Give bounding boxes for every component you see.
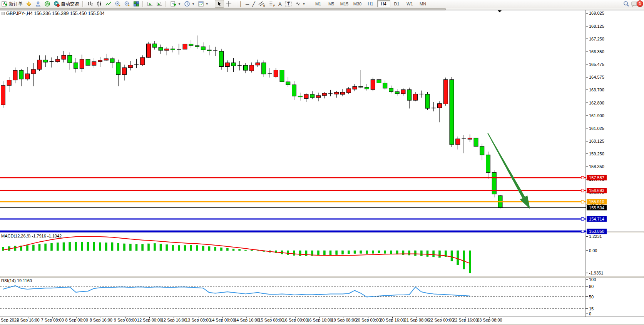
zoom-out-icon [124,1,130,7]
svg-text:12 Sep 00:00: 12 Sep 00:00 [137,318,162,322]
macd-axis[interactable]: 1.22310.00-1.9351 [586,234,603,275]
svg-text:22 Sep 16:00: 22 Sep 16:00 [453,318,478,322]
macd-pane [2,236,471,273]
line-chart-button[interactable] [104,0,113,7]
channel-tool[interactable]: E [257,0,267,7]
autotrading-button[interactable]: 自动交易 [52,0,81,7]
horizontal-line-tool[interactable]: ─ [244,0,251,7]
rsi-label-row: RSI(14) 19.1160 [1,278,32,283]
templates-dropdown[interactable]: ▼ [196,0,210,7]
svg-text:14 Sep 00:00: 14 Sep 00:00 [210,318,235,322]
search-button[interactable] [622,0,631,7]
text-tool[interactable]: A [277,0,283,7]
trendline-icon: ╱ [252,2,255,7]
svg-text:7 Sep 08:00: 7 Sep 08:00 [41,318,64,322]
text-icon: A [278,2,282,7]
rsi-indicator-name: RSI(14) [1,278,16,283]
equidistant-channel-icon: E [258,1,265,7]
svg-text:Sep 2022: Sep 2022 [1,318,19,322]
svg-text:6 Sep 16:00: 6 Sep 16:00 [17,318,39,322]
timeframe-button-m15[interactable]: M15 [338,0,351,7]
chart-frame [0,10,644,317]
autotrading-icon [54,1,60,7]
svg-text:156.693: 156.693 [589,188,604,193]
timeframe-button-w1[interactable]: W1 [403,0,417,7]
time-axis[interactable]: Sep 20226 Sep 16:007 Sep 08:008 Sep 00:0… [1,317,502,322]
timeframe-button-m5[interactable]: M5 [325,0,338,7]
navigator-button[interactable] [43,0,52,7]
clock-icon [184,1,190,7]
trend-arrow-annotation[interactable] [487,133,530,209]
timeframe-button-d1[interactable]: D1 [390,0,403,7]
svg-text:23 Sep 08:00: 23 Sep 08:00 [477,318,502,322]
svg-text:50: 50 [589,295,594,299]
svg-text:15: 15 [589,306,594,311]
toolbar-separator [166,1,167,7]
autotrading-label: 自动交易 [61,1,79,7]
crosshair-tool-button[interactable] [224,0,233,7]
tile-windows-icon [133,1,139,7]
svg-text:15 Sep 08:00: 15 Sep 08:00 [258,318,283,322]
svg-text:167.250: 167.250 [589,37,604,41]
timeframe-button-h1[interactable]: H1 [364,0,377,7]
timeframe-button-mn[interactable]: MN [417,0,430,7]
fibonacci-icon: F [268,1,275,7]
zoom-out-button[interactable] [122,0,132,7]
svg-text:159.250: 159.250 [589,152,604,156]
vertical-line-icon: │ [239,2,243,7]
chart-icon [2,12,5,15]
zoom-in-button[interactable] [113,0,122,7]
timeframe-button-m1[interactable]: M1 [312,0,325,7]
cursor-icon [217,1,222,7]
chart-shift-button[interactable] [155,0,164,7]
svg-text:155.504: 155.504 [589,205,604,210]
candlestick-chart-button[interactable] [95,0,104,7]
horizontal-line-icon: ─ [246,2,249,7]
zoom-in-icon [115,1,121,7]
notifications-button[interactable]: 1 [631,0,644,8]
svg-text:-1.9351: -1.9351 [589,271,603,275]
arrows-dropdown[interactable]: ▼ [293,0,307,7]
pane-separator-rsi[interactable] [0,276,644,278]
new-chart-dropdown[interactable]: ▼ [169,0,182,7]
bar-chart-button[interactable] [85,0,95,7]
market-watch-button[interactable] [24,0,33,7]
data-window-button[interactable] [33,0,43,7]
macd-indicator-values: -1.7916 -1.1042 [32,234,62,238]
vertical-line-tool[interactable]: │ [238,0,244,7]
new-order-label: 新订单 [9,1,23,7]
new-order-button[interactable]: 新订单 [0,0,24,7]
trendline-tool[interactable]: ╱ [251,0,257,7]
fibonacci-tool[interactable]: F [267,0,277,7]
svg-text:153.850: 153.850 [589,229,604,234]
tile-windows-button[interactable] [132,0,141,7]
cursor-tool-button[interactable] [215,0,224,8]
svg-text:163.700: 163.700 [589,88,604,92]
last-bar-marker-icon [498,10,502,12]
line-chart-icon [105,1,112,7]
svg-text:8 Sep 16:00: 8 Sep 16:00 [90,318,112,322]
rsi-pane: 1008050150 [0,277,596,316]
new-order-icon [2,1,8,7]
auto-scroll-icon [147,1,153,7]
chart-symbol-period: GBPJPY-,H4 [6,11,33,16]
chart-canvas[interactable]: 169.025168.125167.250166.350165.475164.5… [0,0,644,325]
auto-scroll-button[interactable] [146,0,155,7]
text-label-icon: T [285,1,292,7]
svg-text:20 Sep 16:00: 20 Sep 16:00 [380,318,405,322]
toolbar-separator [142,1,144,7]
chevron-down-icon: ▼ [303,2,306,6]
periods-dropdown[interactable]: ▼ [182,0,196,7]
timeframe-button-h4[interactable]: H4 [377,0,390,7]
rsi-indicator-value: 19.1160 [17,278,32,283]
timeframe-button-m30[interactable]: M30 [351,0,364,7]
navigator-icon [44,1,50,7]
chart-shift-icon [156,1,162,7]
svg-text:21 Sep 08:00: 21 Sep 08:00 [404,318,429,322]
svg-text:12 Sep 16:00: 12 Sep 16:00 [161,318,186,322]
bar-chart-icon [87,1,93,7]
toolbar-separator [82,1,84,7]
macd-label-row: MACD(12,26,9) -1.7916 -1.1042 [1,234,62,238]
svg-text:158.350: 158.350 [589,164,604,169]
text-label-tool[interactable]: T [283,0,293,7]
